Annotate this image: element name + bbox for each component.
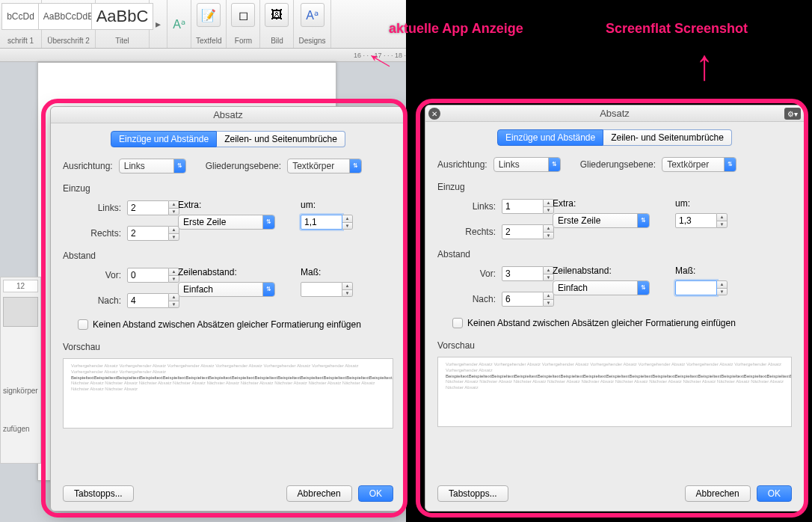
links-input[interactable] — [127, 200, 169, 215]
zeilenabstand-label: Zeilenabstand: — [178, 267, 290, 277]
extra-label: Extra: — [178, 200, 290, 210]
tab-einzuege[interactable]: Einzüge und Abstände — [111, 131, 217, 147]
zeilenabstand-label: Zeilenabstand: — [553, 265, 665, 276]
bild-icon[interactable]: 🖼 — [265, 3, 289, 27]
close-icon[interactable]: ✕ — [428, 108, 440, 120]
absatz-dialog-left: Absatz Einzüge und Abstände Zeilen- und … — [50, 106, 406, 512]
vorschau-label: Vorschau — [437, 340, 792, 351]
preview-box: Vorhergehender Absatz Vorhergehender Abs… — [63, 358, 393, 429]
chevron-updown-icon: ⇅ — [349, 159, 361, 173]
zeilenabstand-select[interactable]: Einfach⇅ — [178, 282, 275, 297]
ausrichtung-select[interactable]: Links⇅ — [119, 159, 186, 174]
einzug-section: Einzug — [63, 183, 393, 194]
um-label: um: — [675, 198, 792, 209]
links-input[interactable] — [502, 199, 544, 214]
nach-input[interactable] — [502, 292, 544, 307]
ausrichtung-label: Ausrichtung: — [437, 159, 487, 170]
stepper[interactable]: ▲▼ — [342, 215, 353, 230]
textfeld-icon[interactable]: 📝 — [197, 3, 221, 27]
ok-button[interactable]: OK — [358, 485, 393, 502]
style-heading2[interactable]: AaBbCcDdE — [38, 3, 99, 30]
absatz-dialog-right: ✕ Absatz ⚙▾ Einzüge und Abstände Zeilen-… — [425, 105, 805, 512]
einzug-section: Einzug — [437, 182, 792, 192]
extra-select[interactable]: Erste Zeile⇅ — [178, 215, 275, 230]
side-design-label: signkörper 1 — [3, 387, 38, 395]
rechts-input[interactable] — [127, 226, 169, 241]
ruler[interactable]: 16 · · · 17 · · · 18 · — [0, 49, 406, 62]
chevron-updown-icon: ⇅ — [548, 158, 560, 171]
rechts-input[interactable] — [502, 224, 544, 239]
stepper[interactable]: ▲▼ — [717, 280, 728, 295]
gliederung-select[interactable]: Textkörper⇅ — [662, 157, 736, 172]
vor-input[interactable] — [127, 268, 169, 283]
chevron-updown-icon: ⇅ — [173, 159, 185, 173]
form-icon[interactable]: ◻ — [231, 3, 255, 27]
mass-label: Maß: — [675, 265, 792, 276]
extra-select[interactable]: Erste Zeile⇅ — [553, 213, 650, 228]
vor-input[interactable] — [502, 266, 544, 281]
annotation-right: Screenflat Screenshot — [606, 21, 748, 37]
preview-box: Vorhergehender Absatz Vorhergehender Abs… — [437, 357, 792, 427]
segmented-tabs: Einzüge und Abstände Zeilen- und Seitenu… — [437, 129, 792, 146]
extra-label: Extra: — [553, 198, 665, 209]
designs-icon[interactable]: Aᵃ — [301, 3, 325, 27]
nach-input[interactable] — [127, 293, 169, 308]
no-spacing-label: Keinen Abstand zwischen Absätzen gleiche… — [467, 318, 736, 328]
abstand-section: Abstand — [437, 249, 792, 260]
um-input[interactable] — [675, 213, 717, 228]
arrow-right-icon: ↓ — [695, 47, 713, 96]
styles-pane-icon[interactable]: Aᵃ — [173, 17, 185, 31]
cancel-button[interactable]: Abbrechen — [286, 485, 352, 502]
um-label: um: — [301, 200, 393, 210]
gear-icon[interactable]: ⚙▾ — [784, 108, 801, 120]
no-spacing-checkbox[interactable] — [78, 319, 88, 330]
tab-zeilen[interactable]: Zeilen- und Seitenumbrüche — [217, 131, 345, 147]
mass-input[interactable] — [301, 282, 342, 297]
tab-einzuege[interactable]: Einzüge und Abstände — [497, 129, 603, 146]
tabstops-button[interactable]: Tabstopps... — [437, 485, 508, 502]
annotation-left: aktuelle App Anzeige — [389, 21, 523, 37]
font-size-field[interactable]: 12 — [3, 280, 38, 292]
style-thumb[interactable] — [3, 297, 38, 327]
tab-zeilen[interactable]: Zeilen- und Seitenumbrüche — [603, 129, 732, 146]
titlebar[interactable]: ✕ Absatz ⚙▾ — [425, 105, 804, 122]
mass-label: Maß: — [301, 267, 393, 277]
gliederung-select[interactable]: Textkörper⇅ — [287, 159, 362, 174]
ausrichtung-select[interactable]: Links⇅ — [493, 157, 561, 172]
style-title[interactable]: AaBbC — [91, 3, 154, 30]
style-heading2-label: Überschrift 2 — [47, 37, 90, 45]
gliederung-label: Gliederungsebene: — [206, 161, 281, 171]
vorschau-label: Vorschau — [63, 342, 393, 352]
style-title-label: Titel — [115, 37, 129, 45]
mass-input[interactable] — [675, 280, 717, 295]
no-spacing-checkbox[interactable] — [452, 318, 463, 328]
chevron-updown-icon: ⇅ — [262, 283, 274, 296]
side-add-label: zufügen — [3, 425, 38, 433]
cancel-button[interactable]: Abbrechen — [685, 485, 751, 502]
ok-button[interactable]: OK — [757, 485, 792, 502]
titlebar[interactable]: Absatz — [51, 107, 405, 123]
ribbon: bCcDd schrift 1 AaBbCcDdE Überschrift 2 … — [0, 0, 406, 49]
chevron-updown-icon: ⇅ — [262, 215, 274, 229]
stepper[interactable]: ▲▼ — [717, 213, 728, 228]
segmented-tabs: Einzüge und Abstände Zeilen- und Seitenu… — [63, 131, 393, 147]
style-heading1[interactable]: bCcDd — [1, 3, 40, 30]
style-gallery-more-icon[interactable]: ▸ — [156, 18, 161, 30]
dialog-title: Absatz — [213, 109, 243, 120]
abstand-section: Abstand — [63, 251, 393, 261]
chevron-updown-icon: ⇅ — [724, 158, 736, 171]
zeilenabstand-select[interactable]: Einfach⇅ — [553, 280, 650, 295]
chevron-updown-icon: ⇅ — [637, 214, 649, 227]
no-spacing-label: Keinen Abstand zwischen Absätzen gleiche… — [93, 319, 361, 330]
tabstops-button[interactable]: Tabstopps... — [63, 485, 134, 502]
stepper[interactable]: ▲▼ — [342, 282, 353, 297]
um-input[interactable] — [301, 215, 342, 230]
chevron-updown-icon: ⇅ — [637, 281, 649, 295]
style-heading1-label: schrift 1 — [7, 37, 34, 45]
side-panel: 12 signkörper 1 zufügen — [0, 277, 41, 464]
ausrichtung-label: Ausrichtung: — [63, 161, 113, 171]
dialog-title: Absatz — [600, 108, 630, 119]
gliederung-label: Gliederungsebene: — [580, 159, 656, 170]
